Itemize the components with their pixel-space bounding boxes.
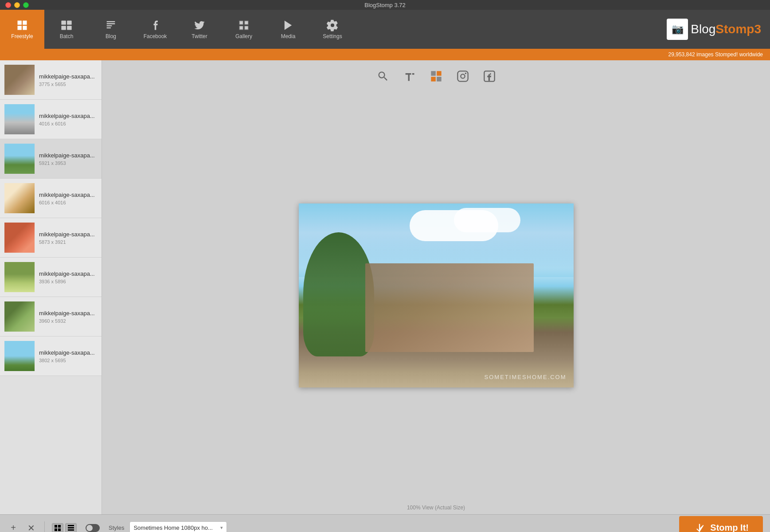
cloud-2 (454, 208, 520, 232)
svg-rect-9 (245, 21, 248, 24)
list-item[interactable]: mikkelpaige-saxapa... 3802 x 5695 (0, 336, 102, 376)
list-item[interactable]: mikkelpaige-saxapa... 3775 x 5655 (0, 60, 102, 100)
tab-blog[interactable]: Blog (89, 10, 133, 49)
list-item[interactable]: mikkelpaige-saxapa... 4016 x 6016 (0, 100, 102, 139)
freestyle-icon (16, 19, 28, 31)
dark-mode-toggle[interactable] (86, 524, 100, 532)
svg-rect-1 (23, 21, 27, 25)
content-area: SOMETIMESHOME.COM 100% View (Actual Size… (102, 60, 770, 514)
file-size: 3802 x 5695 (39, 358, 95, 363)
tab-facebook-label: Facebook (144, 33, 167, 39)
minimize-button[interactable] (14, 2, 20, 8)
tab-media[interactable]: Media (266, 10, 310, 49)
tab-freestyle-label: Freestyle (11, 33, 33, 39)
svg-rect-24 (68, 525, 74, 526)
logo-icon: 📷 (667, 19, 688, 40)
main-layout: mikkelpaige-saxapa... 3775 x 5655 mikkel… (0, 60, 770, 514)
text-icon[interactable] (402, 68, 418, 84)
toolbar: Freestyle Batch Blog Facebook Twitter (0, 10, 770, 49)
tab-blog-label: Blog (106, 33, 116, 39)
thumbnail (4, 223, 35, 253)
maximize-button[interactable] (23, 2, 29, 8)
svg-rect-20 (55, 525, 57, 528)
thumbnail (4, 262, 35, 292)
file-name: mikkelpaige-saxapa... (39, 152, 95, 159)
svg-rect-4 (61, 21, 66, 25)
thumbnail (4, 65, 35, 95)
tree-element (303, 232, 374, 356)
remove-button[interactable]: ✕ (25, 522, 37, 532)
thumbnail (4, 341, 35, 371)
tab-batch-label: Batch (60, 33, 74, 39)
tab-media-label: Media (281, 33, 296, 39)
view-label: 100% View (Actual Size) (407, 501, 465, 514)
file-size: 6016 x 4016 (39, 200, 95, 205)
tab-batch[interactable]: Batch (44, 10, 89, 49)
add-button[interactable]: + (7, 522, 20, 532)
color-palette-icon[interactable] (428, 68, 444, 84)
svg-point-17 (461, 74, 465, 78)
tab-gallery-label: Gallery (235, 33, 252, 39)
list-item[interactable]: mikkelpaige-saxapa... 5873 x 3921 (0, 218, 102, 258)
svg-rect-0 (18, 21, 22, 25)
svg-rect-15 (437, 77, 442, 82)
facebook-share-icon[interactable] (481, 68, 497, 84)
tab-settings-label: Settings (323, 33, 342, 39)
svg-rect-26 (68, 529, 74, 531)
tab-facebook[interactable]: Facebook (133, 10, 177, 49)
gallery-icon (238, 19, 250, 31)
svg-rect-11 (245, 26, 248, 29)
watermark: SOMETIMESHOME.COM (485, 374, 567, 380)
thumbnail (4, 144, 35, 174)
tab-settings[interactable]: Settings (310, 10, 355, 49)
thumbnail (4, 183, 35, 213)
stomp-button[interactable]: Stomp It! (679, 516, 763, 532)
styles-dropdown[interactable]: Sometimes Home 1080px ho... ▾ (129, 521, 227, 532)
svg-rect-14 (431, 77, 436, 82)
image-preview-area: SOMETIMESHOME.COM (102, 90, 770, 501)
batch-icon (60, 19, 73, 31)
stomp-icon (693, 522, 706, 532)
tab-twitter[interactable]: Twitter (177, 10, 222, 49)
file-name: mikkelpaige-saxapa... (39, 270, 95, 277)
list-item[interactable]: mikkelpaige-saxapa... 6016 x 4016 (0, 179, 102, 218)
file-name: mikkelpaige-saxapa... (39, 113, 95, 119)
file-size: 3936 x 5896 (39, 279, 95, 284)
instagram-icon[interactable] (455, 68, 471, 84)
file-name: mikkelpaige-saxapa... (39, 192, 95, 198)
tab-gallery[interactable]: Gallery (222, 10, 266, 49)
stats-text: 29,953,842 images Stomped! worldwide (668, 51, 763, 58)
divider (44, 521, 45, 532)
content-toolbar (375, 60, 497, 90)
list-item[interactable]: mikkelpaige-saxapa... 3960 x 5932 (0, 297, 102, 336)
svg-rect-21 (58, 525, 61, 528)
thumbnail (4, 104, 35, 134)
media-icon (282, 19, 294, 31)
file-size: 3960 x 5932 (39, 318, 95, 324)
svg-rect-10 (240, 26, 243, 29)
svg-rect-6 (61, 26, 66, 30)
close-button[interactable] (5, 2, 11, 8)
svg-rect-23 (58, 528, 61, 531)
building-element (365, 263, 534, 352)
svg-rect-16 (457, 71, 468, 81)
list-item[interactable]: mikkelpaige-saxapa... 3936 x 5896 (0, 258, 102, 297)
preview-image (299, 203, 574, 387)
window-title: BlogStomp 3.72 (364, 2, 406, 8)
search-icon[interactable] (375, 68, 391, 84)
svg-rect-12 (431, 71, 436, 76)
styles-label: Styles (109, 524, 124, 531)
list-item[interactable]: mikkelpaige-saxapa... 5921 x 3953 (0, 139, 102, 179)
svg-point-18 (465, 73, 466, 74)
svg-rect-5 (67, 21, 72, 25)
window-controls[interactable] (5, 2, 29, 8)
stomp-button-label: Stomp It! (710, 523, 749, 532)
svg-rect-3 (23, 26, 27, 30)
preview-container: SOMETIMESHOME.COM (299, 203, 574, 387)
list-view-button[interactable] (65, 523, 77, 532)
grid-view-button[interactable] (52, 523, 63, 532)
title-bar: BlogStomp 3.72 (0, 0, 770, 10)
file-name: mikkelpaige-saxapa... (39, 231, 95, 238)
file-size: 5921 x 3953 (39, 160, 95, 166)
tab-freestyle[interactable]: Freestyle (0, 10, 44, 49)
